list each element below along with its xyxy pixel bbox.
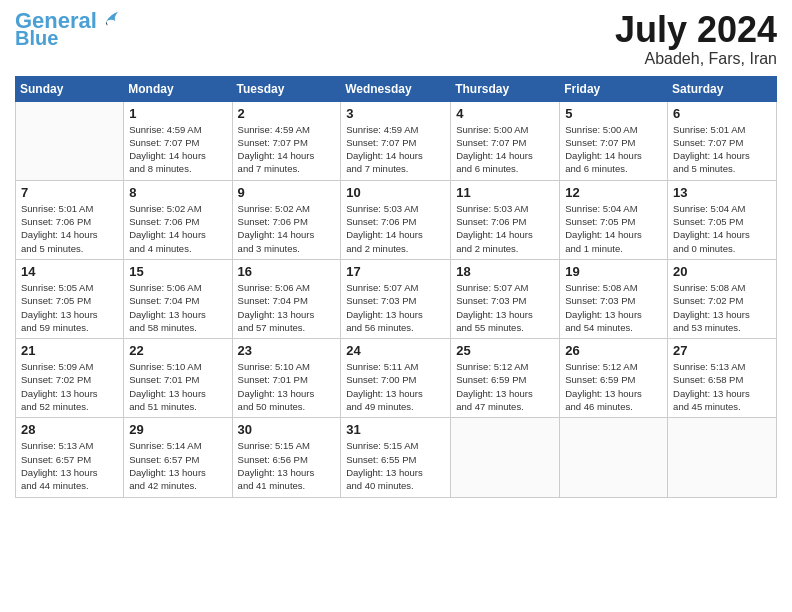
day-info: Sunrise: 5:01 AMSunset: 7:06 PMDaylight:…: [21, 202, 118, 255]
main-title: July 2024: [615, 10, 777, 50]
day-info: Sunrise: 5:13 AMSunset: 6:58 PMDaylight:…: [673, 360, 771, 413]
day-number: 31: [346, 422, 445, 437]
day-number: 12: [565, 185, 662, 200]
header: General Blue July 2024 Abadeh, Fars, Ira…: [15, 10, 777, 68]
day-info: Sunrise: 5:10 AMSunset: 7:01 PMDaylight:…: [129, 360, 226, 413]
day-info: Sunrise: 5:08 AMSunset: 7:03 PMDaylight:…: [565, 281, 662, 334]
day-number: 6: [673, 106, 771, 121]
calendar-cell: 10Sunrise: 5:03 AMSunset: 7:06 PMDayligh…: [341, 180, 451, 259]
day-number: 16: [238, 264, 336, 279]
calendar-cell: 8Sunrise: 5:02 AMSunset: 7:06 PMDaylight…: [124, 180, 232, 259]
calendar-cell: 19Sunrise: 5:08 AMSunset: 7:03 PMDayligh…: [560, 259, 668, 338]
calendar-cell: 9Sunrise: 5:02 AMSunset: 7:06 PMDaylight…: [232, 180, 341, 259]
day-number: 8: [129, 185, 226, 200]
week-row-5: 28Sunrise: 5:13 AMSunset: 6:57 PMDayligh…: [16, 418, 777, 497]
calendar-header: Sunday Monday Tuesday Wednesday Thursday…: [16, 76, 777, 101]
day-info: Sunrise: 4:59 AMSunset: 7:07 PMDaylight:…: [346, 123, 445, 176]
calendar-cell: 13Sunrise: 5:04 AMSunset: 7:05 PMDayligh…: [668, 180, 777, 259]
week-row-1: 1Sunrise: 4:59 AMSunset: 7:07 PMDaylight…: [16, 101, 777, 180]
calendar-cell: 18Sunrise: 5:07 AMSunset: 7:03 PMDayligh…: [451, 259, 560, 338]
calendar-cell: 28Sunrise: 5:13 AMSunset: 6:57 PMDayligh…: [16, 418, 124, 497]
calendar-cell: 30Sunrise: 5:15 AMSunset: 6:56 PMDayligh…: [232, 418, 341, 497]
calendar-cell: 17Sunrise: 5:07 AMSunset: 7:03 PMDayligh…: [341, 259, 451, 338]
day-info: Sunrise: 5:12 AMSunset: 6:59 PMDaylight:…: [565, 360, 662, 413]
day-info: Sunrise: 5:00 AMSunset: 7:07 PMDaylight:…: [565, 123, 662, 176]
col-tuesday: Tuesday: [232, 76, 341, 101]
day-info: Sunrise: 5:05 AMSunset: 7:05 PMDaylight:…: [21, 281, 118, 334]
calendar-cell: 23Sunrise: 5:10 AMSunset: 7:01 PMDayligh…: [232, 339, 341, 418]
calendar-cell: 15Sunrise: 5:06 AMSunset: 7:04 PMDayligh…: [124, 259, 232, 338]
week-row-4: 21Sunrise: 5:09 AMSunset: 7:02 PMDayligh…: [16, 339, 777, 418]
day-number: 14: [21, 264, 118, 279]
day-info: Sunrise: 5:12 AMSunset: 6:59 PMDaylight:…: [456, 360, 554, 413]
day-info: Sunrise: 4:59 AMSunset: 7:07 PMDaylight:…: [129, 123, 226, 176]
calendar-cell: 7Sunrise: 5:01 AMSunset: 7:06 PMDaylight…: [16, 180, 124, 259]
day-number: 3: [346, 106, 445, 121]
calendar-cell: 2Sunrise: 4:59 AMSunset: 7:07 PMDaylight…: [232, 101, 341, 180]
title-block: July 2024 Abadeh, Fars, Iran: [615, 10, 777, 68]
logo-blue: Blue: [15, 28, 58, 48]
day-number: 11: [456, 185, 554, 200]
calendar-cell: 3Sunrise: 4:59 AMSunset: 7:07 PMDaylight…: [341, 101, 451, 180]
day-info: Sunrise: 5:00 AMSunset: 7:07 PMDaylight:…: [456, 123, 554, 176]
calendar-cell: 26Sunrise: 5:12 AMSunset: 6:59 PMDayligh…: [560, 339, 668, 418]
calendar-cell: [16, 101, 124, 180]
day-info: Sunrise: 5:04 AMSunset: 7:05 PMDaylight:…: [565, 202, 662, 255]
col-sunday: Sunday: [16, 76, 124, 101]
day-info: Sunrise: 5:06 AMSunset: 7:04 PMDaylight:…: [129, 281, 226, 334]
day-info: Sunrise: 4:59 AMSunset: 7:07 PMDaylight:…: [238, 123, 336, 176]
day-number: 24: [346, 343, 445, 358]
header-row: Sunday Monday Tuesday Wednesday Thursday…: [16, 76, 777, 101]
day-number: 5: [565, 106, 662, 121]
day-info: Sunrise: 5:02 AMSunset: 7:06 PMDaylight:…: [238, 202, 336, 255]
week-row-3: 14Sunrise: 5:05 AMSunset: 7:05 PMDayligh…: [16, 259, 777, 338]
day-number: 28: [21, 422, 118, 437]
day-number: 30: [238, 422, 336, 437]
day-info: Sunrise: 5:08 AMSunset: 7:02 PMDaylight:…: [673, 281, 771, 334]
day-info: Sunrise: 5:03 AMSunset: 7:06 PMDaylight:…: [346, 202, 445, 255]
calendar-cell: 29Sunrise: 5:14 AMSunset: 6:57 PMDayligh…: [124, 418, 232, 497]
col-wednesday: Wednesday: [341, 76, 451, 101]
day-info: Sunrise: 5:02 AMSunset: 7:06 PMDaylight:…: [129, 202, 226, 255]
day-info: Sunrise: 5:07 AMSunset: 7:03 PMDaylight:…: [456, 281, 554, 334]
calendar-cell: 12Sunrise: 5:04 AMSunset: 7:05 PMDayligh…: [560, 180, 668, 259]
day-number: 13: [673, 185, 771, 200]
day-number: 10: [346, 185, 445, 200]
day-number: 2: [238, 106, 336, 121]
day-info: Sunrise: 5:15 AMSunset: 6:56 PMDaylight:…: [238, 439, 336, 492]
day-info: Sunrise: 5:13 AMSunset: 6:57 PMDaylight:…: [21, 439, 118, 492]
calendar-cell: 16Sunrise: 5:06 AMSunset: 7:04 PMDayligh…: [232, 259, 341, 338]
day-number: 23: [238, 343, 336, 358]
day-number: 4: [456, 106, 554, 121]
calendar-cell: 11Sunrise: 5:03 AMSunset: 7:06 PMDayligh…: [451, 180, 560, 259]
calendar-cell: 25Sunrise: 5:12 AMSunset: 6:59 PMDayligh…: [451, 339, 560, 418]
day-number: 25: [456, 343, 554, 358]
day-info: Sunrise: 5:07 AMSunset: 7:03 PMDaylight:…: [346, 281, 445, 334]
day-number: 29: [129, 422, 226, 437]
col-friday: Friday: [560, 76, 668, 101]
day-number: 26: [565, 343, 662, 358]
day-info: Sunrise: 5:10 AMSunset: 7:01 PMDaylight:…: [238, 360, 336, 413]
calendar-cell: 20Sunrise: 5:08 AMSunset: 7:02 PMDayligh…: [668, 259, 777, 338]
day-number: 1: [129, 106, 226, 121]
day-info: Sunrise: 5:14 AMSunset: 6:57 PMDaylight:…: [129, 439, 226, 492]
day-number: 17: [346, 264, 445, 279]
calendar-cell: 14Sunrise: 5:05 AMSunset: 7:05 PMDayligh…: [16, 259, 124, 338]
calendar-cell: 31Sunrise: 5:15 AMSunset: 6:55 PMDayligh…: [341, 418, 451, 497]
col-monday: Monday: [124, 76, 232, 101]
day-number: 20: [673, 264, 771, 279]
day-info: Sunrise: 5:01 AMSunset: 7:07 PMDaylight:…: [673, 123, 771, 176]
day-info: Sunrise: 5:15 AMSunset: 6:55 PMDaylight:…: [346, 439, 445, 492]
calendar-cell: [451, 418, 560, 497]
calendar-cell: [668, 418, 777, 497]
day-info: Sunrise: 5:11 AMSunset: 7:00 PMDaylight:…: [346, 360, 445, 413]
day-number: 22: [129, 343, 226, 358]
calendar-cell: [560, 418, 668, 497]
day-number: 7: [21, 185, 118, 200]
calendar-cell: 4Sunrise: 5:00 AMSunset: 7:07 PMDaylight…: [451, 101, 560, 180]
day-number: 9: [238, 185, 336, 200]
day-number: 18: [456, 264, 554, 279]
calendar-cell: 27Sunrise: 5:13 AMSunset: 6:58 PMDayligh…: [668, 339, 777, 418]
calendar-body: 1Sunrise: 4:59 AMSunset: 7:07 PMDaylight…: [16, 101, 777, 497]
logo-bird-icon: [99, 8, 121, 30]
